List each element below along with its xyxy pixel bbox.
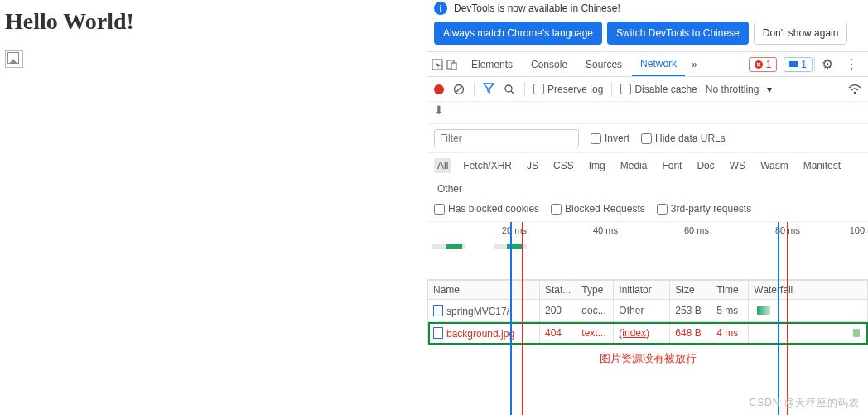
- network-table: Name Stat... Type Initiator Size Time Wa…: [427, 280, 868, 345]
- blocked-cookies-checkbox[interactable]: Has blocked cookies: [434, 203, 539, 215]
- search-icon[interactable]: [503, 83, 516, 96]
- type-img[interactable]: Img: [586, 158, 609, 173]
- type-font[interactable]: Font: [658, 158, 685, 173]
- rendered-page: Hello World!: [0, 0, 427, 415]
- info-text: DevTools is now available in Chinese!: [454, 2, 620, 14]
- messages-pill[interactable]: 1: [784, 57, 813, 72]
- tick-100ms: 100: [850, 225, 865, 235]
- watermark: CSDN @天秤座的码农: [749, 396, 860, 410]
- file-icon: [433, 305, 443, 316]
- filter-row: Invert Hide data URLs: [427, 123, 868, 153]
- page-title: Hello World!: [5, 8, 422, 35]
- col-time[interactable]: Time: [711, 281, 749, 300]
- third-party-checkbox[interactable]: 3rd-party requests: [657, 203, 751, 215]
- svg-point-7: [505, 85, 512, 92]
- table-header-row: Name Stat... Type Initiator Size Time Wa…: [428, 281, 868, 300]
- col-size[interactable]: Size: [670, 281, 711, 300]
- timeline-overview[interactable]: 20 ms 40 ms 60 ms 80 ms 100: [427, 222, 868, 280]
- tab-sources[interactable]: Sources: [577, 54, 630, 75]
- record-button[interactable]: [434, 84, 444, 94]
- tick-60ms: 60 ms: [684, 225, 709, 235]
- match-language-button[interactable]: Always match Chrome's language: [434, 22, 602, 45]
- type-fetch[interactable]: Fetch/XHR: [460, 158, 515, 173]
- errors-pill[interactable]: 1: [749, 57, 778, 72]
- clear-icon[interactable]: [452, 83, 465, 96]
- col-initiator[interactable]: Initiator: [614, 281, 670, 300]
- import-export-row: ⬇: [427, 102, 868, 123]
- invert-checkbox[interactable]: Invert: [591, 133, 629, 144]
- table-row[interactable]: springMVC17/ 200 doc... Other 253 B 5 ms: [428, 300, 868, 322]
- network-conditions-icon[interactable]: [848, 83, 861, 96]
- type-other[interactable]: Other: [434, 181, 465, 196]
- extra-filters: Has blocked cookies Blocked Requests 3rd…: [427, 200, 868, 222]
- info-icon: i: [434, 2, 447, 15]
- col-waterfall[interactable]: Waterfall: [749, 281, 868, 300]
- file-icon: [433, 327, 443, 339]
- dismiss-button[interactable]: Don't show again: [754, 22, 848, 45]
- hide-data-urls-checkbox[interactable]: Hide data URLs: [641, 133, 726, 144]
- broken-image-icon: [5, 50, 23, 68]
- more-tabs-chevron[interactable]: »: [687, 59, 702, 70]
- language-bar: Always match Chrome's language Switch De…: [427, 17, 868, 51]
- col-status[interactable]: Stat...: [540, 281, 576, 300]
- type-js[interactable]: JS: [523, 158, 542, 173]
- throttling-select[interactable]: No throttling: [706, 84, 760, 95]
- type-media[interactable]: Media: [617, 158, 651, 173]
- network-toolbar: Preserve log Disable cache No throttling…: [427, 77, 868, 102]
- svg-line-8: [511, 91, 514, 94]
- type-all[interactable]: All: [434, 158, 451, 173]
- switch-language-button[interactable]: Switch DevTools to Chinese: [607, 22, 749, 45]
- messages-count: 1: [801, 59, 807, 70]
- dropdown-caret-icon[interactable]: ▾: [767, 84, 772, 95]
- type-css[interactable]: CSS: [550, 158, 577, 173]
- settings-gear-icon[interactable]: ⚙: [817, 56, 838, 72]
- filter-input[interactable]: [434, 129, 579, 147]
- type-ws[interactable]: WS: [726, 158, 749, 173]
- disable-cache-checkbox[interactable]: Disable cache: [620, 84, 697, 95]
- svg-rect-4: [789, 61, 798, 67]
- table-row[interactable]: background.jpg 404 text... (index) 648 B…: [428, 322, 868, 345]
- tab-elements[interactable]: Elements: [463, 54, 521, 75]
- svg-point-9: [854, 91, 856, 94]
- device-toggle-icon[interactable]: [446, 58, 459, 71]
- col-type[interactable]: Type: [576, 281, 614, 300]
- type-wasm[interactable]: Wasm: [757, 158, 792, 173]
- devtools-panel: i DevTools is now available in Chinese! …: [427, 0, 868, 415]
- type-doc[interactable]: Doc: [693, 158, 717, 173]
- errors-count: 1: [766, 59, 772, 70]
- filter-toggle-icon[interactable]: [483, 82, 494, 96]
- more-menu-icon[interactable]: ⋮: [840, 56, 863, 72]
- tick-40ms: 40 ms: [593, 225, 618, 235]
- info-bar: i DevTools is now available in Chinese!: [427, 0, 868, 17]
- svg-rect-2: [451, 63, 456, 70]
- download-har-icon[interactable]: ⬇: [434, 104, 444, 117]
- svg-line-6: [456, 86, 462, 93]
- tab-console[interactable]: Console: [523, 54, 576, 75]
- type-manifest[interactable]: Manifest: [800, 158, 844, 173]
- annotation-text: 图片资源没有被放行: [427, 345, 868, 366]
- preserve-log-checkbox[interactable]: Preserve log: [533, 84, 603, 95]
- inspect-icon[interactable]: [431, 58, 444, 71]
- main-tabs: Elements Console Sources Network » 1 1 ⚙…: [427, 52, 868, 77]
- tab-network[interactable]: Network: [632, 53, 685, 76]
- blocked-requests-checkbox[interactable]: Blocked Requests: [551, 203, 645, 215]
- resource-type-filters: All Fetch/XHR JS CSS Img Media Font Doc …: [427, 153, 868, 200]
